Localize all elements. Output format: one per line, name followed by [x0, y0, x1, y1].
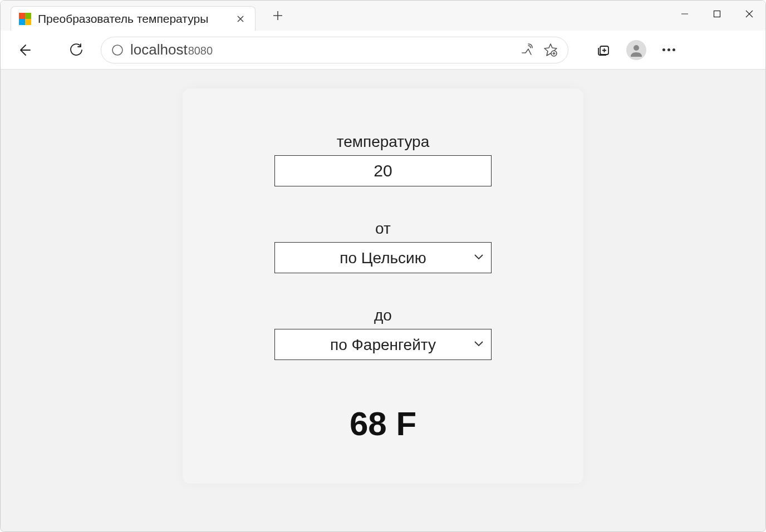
from-label: от	[375, 220, 391, 238]
temperature-input[interactable]	[274, 155, 492, 186]
to-label: до	[374, 307, 392, 324]
more-dots-icon	[662, 48, 675, 51]
collections-icon[interactable]	[592, 38, 616, 62]
converter-card: температура от по Цельсию до по Фаренгей…	[183, 88, 583, 484]
read-aloud-icon[interactable]	[520, 43, 533, 57]
site-info-icon[interactable]	[111, 44, 124, 56]
browser-chrome: Преобразователь температуры	[1, 1, 765, 70]
microsoft-favicon	[19, 13, 31, 25]
browser-toolbar: localhost8080	[1, 31, 765, 70]
address-bar[interactable]: localhost8080	[101, 37, 568, 63]
to-field-group: до по Фаренгейту	[274, 307, 492, 360]
window-controls	[669, 1, 765, 31]
result-output: 68 F	[350, 405, 416, 443]
tab-title: Преобразователь температуры	[38, 12, 227, 26]
temperature-field-group: температура	[274, 133, 492, 186]
svg-point-1	[112, 45, 122, 55]
from-field-group: от по Цельсию	[274, 220, 492, 273]
more-menu-button[interactable]	[656, 38, 681, 62]
new-tab-button[interactable]	[267, 4, 289, 27]
browser-tab[interactable]: Преобразователь температуры	[11, 6, 256, 31]
tab-bar: Преобразователь температуры	[1, 1, 765, 31]
from-unit-select[interactable]: по Цельсию	[274, 242, 492, 273]
profile-avatar[interactable]	[626, 40, 646, 60]
address-text: localhost8080	[130, 41, 213, 58]
refresh-button[interactable]	[64, 38, 89, 62]
to-unit-select[interactable]: по Фаренгейту	[274, 329, 492, 360]
temperature-label: температура	[337, 133, 430, 151]
minimize-button[interactable]	[669, 3, 701, 25]
svg-rect-0	[714, 11, 720, 17]
back-button[interactable]	[12, 38, 36, 62]
svg-point-4	[634, 45, 639, 51]
address-host: localhost	[130, 41, 188, 58]
page-content: температура от по Цельсию до по Фаренгей…	[1, 70, 765, 532]
address-port: 8080	[188, 45, 213, 57]
favorites-add-icon[interactable]	[543, 43, 558, 57]
maximize-button[interactable]	[701, 3, 733, 25]
close-window-button[interactable]	[733, 3, 765, 25]
close-tab-icon[interactable]	[234, 12, 247, 26]
